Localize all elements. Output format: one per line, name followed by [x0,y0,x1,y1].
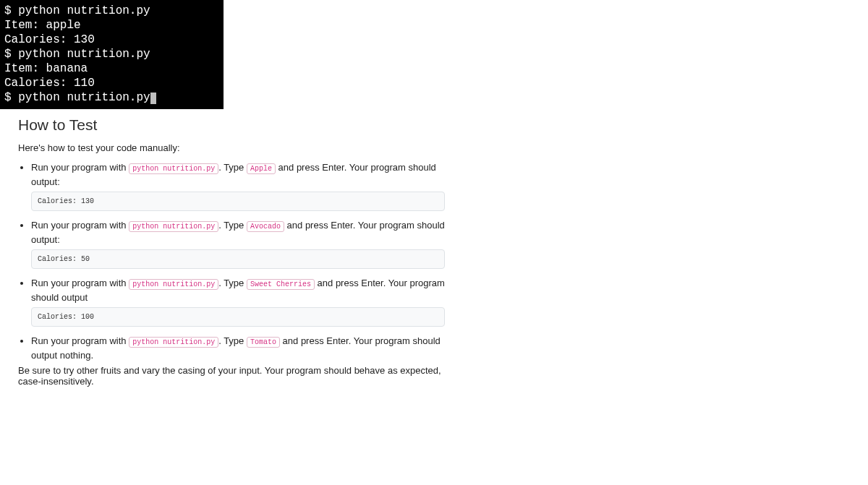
terminal-output: $ python nutrition.py Item: apple Calori… [0,0,224,109]
cmd-code: python nutrition.py [129,221,218,232]
test-item: Run your program with python nutrition.p… [31,160,445,211]
test-item: Run your program with python nutrition.p… [31,276,445,327]
expected-output: Calories: 130 [31,192,445,211]
instructions-content: How to Test Here's how to test your code… [0,109,463,387]
test-mid: . Type [218,220,247,231]
intro-text: Here's how to test your code manually: [18,142,445,153]
test-pre: Run your program with [31,278,129,288]
test-item: Run your program with python nutrition.p… [31,334,445,362]
cmd-code: python nutrition.py [129,163,218,174]
test-pre: Run your program with [31,162,129,173]
test-pre: Run your program with [31,220,129,231]
terminal-line: $ python nutrition.py [4,91,150,104]
section-heading: How to Test [18,116,445,134]
test-mid: . Type [218,162,247,173]
expected-output: Calories: 50 [31,249,445,269]
test-mid: . Type [218,335,247,346]
input-code: Avocado [247,221,284,232]
input-code: Tomato [247,337,280,348]
cmd-code: python nutrition.py [129,337,218,348]
test-item: Run your program with python nutrition.p… [31,218,445,269]
test-mid: . Type [218,278,247,288]
input-code: Sweet Cherries [247,279,315,290]
terminal-line: $ python nutrition.py [4,48,150,61]
cmd-code: python nutrition.py [129,279,218,290]
terminal-line: Item: banana [4,62,88,75]
terminal-line: Calories: 110 [4,77,95,90]
input-code: Apple [247,163,276,174]
footer-text: Be sure to try other fruits and vary the… [18,365,445,387]
terminal-line: $ python nutrition.py [4,4,150,17]
expected-output: Calories: 100 [31,307,445,327]
terminal-cursor [150,93,156,104]
terminal-line: Item: apple [4,19,81,32]
test-pre: Run your program with [31,335,129,346]
terminal-line: Calories: 130 [4,33,95,46]
test-list: Run your program with python nutrition.p… [18,160,445,362]
